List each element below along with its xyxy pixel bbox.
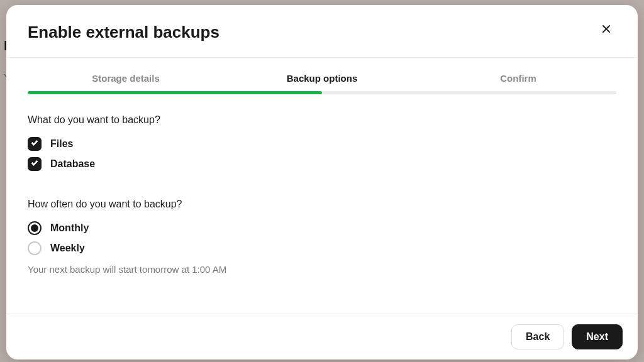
modal-body: What do you want to backup? Files Databa… [6,94,638,314]
checkbox-files[interactable] [28,137,42,151]
checkbox-label-files: Files [50,138,73,150]
enable-backups-modal: Enable external backups Storage details … [6,5,638,359]
checkbox-row-database: Database [28,157,616,171]
radio-dot-icon [31,224,38,232]
radio-weekly[interactable] [28,241,42,255]
checkbox-database[interactable] [28,157,42,171]
check-icon [30,158,39,170]
next-button[interactable]: Next [572,324,623,349]
radio-monthly[interactable] [28,221,42,235]
check-icon [30,138,39,150]
step-confirm[interactable]: Confirm [420,73,616,91]
question-frequency: How often do you want to backup? [28,199,616,210]
question-what: What do you want to backup? [28,114,616,126]
modal-header: Enable external backups [6,5,638,58]
next-backup-hint: Your next backup will start tomorrow at … [28,264,616,275]
back-button[interactable]: Back [511,324,564,349]
wizard-progress [28,91,616,94]
radio-label-monthly: Monthly [50,222,89,234]
modal-title: Enable external backups [28,23,219,42]
modal-footer: Back Next [6,314,638,359]
step-storage-details[interactable]: Storage details [28,73,224,91]
checkbox-row-files: Files [28,137,616,151]
close-icon [601,25,611,36]
wizard-steps: Storage details Backup options Confirm [6,58,638,91]
close-button[interactable] [596,21,616,38]
radio-row-weekly: Weekly [28,241,616,255]
step-backup-options[interactable]: Backup options [224,73,420,91]
radio-label-weekly: Weekly [50,243,85,254]
wizard-progress-fill [28,91,322,94]
checkbox-label-database: Database [50,158,95,170]
radio-row-monthly: Monthly [28,221,616,235]
